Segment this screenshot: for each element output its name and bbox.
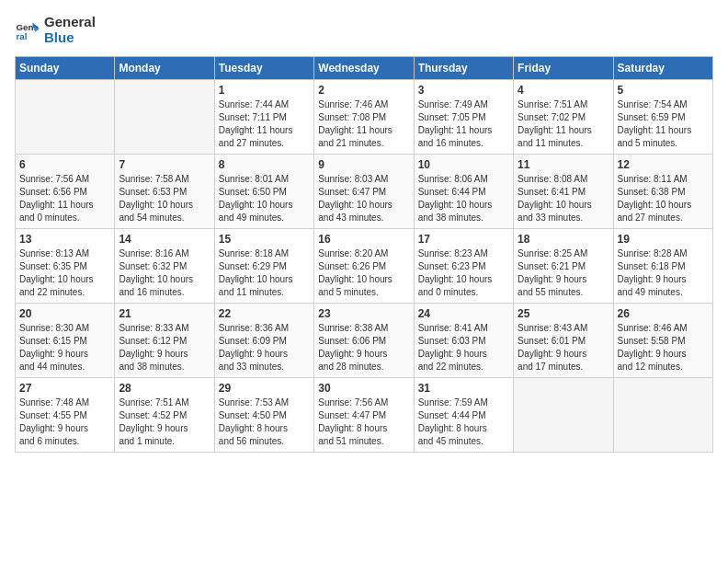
weekday-header: Tuesday [214, 57, 313, 80]
day-info: Sunrise: 8:28 AM Sunset: 6:18 PM Dayligh… [618, 247, 709, 299]
day-number: 29 [219, 382, 310, 395]
day-info: Sunrise: 7:58 AM Sunset: 6:53 PM Dayligh… [119, 173, 210, 224]
calendar-cell [16, 80, 115, 155]
calendar-week-row: 1Sunrise: 7:44 AM Sunset: 7:11 PM Daylig… [16, 80, 713, 155]
calendar-cell: 1Sunrise: 7:44 AM Sunset: 7:11 PM Daylig… [214, 80, 313, 155]
day-info: Sunrise: 8:03 AM Sunset: 6:47 PM Dayligh… [318, 173, 409, 224]
day-number: 28 [119, 382, 210, 395]
day-info: Sunrise: 8:11 AM Sunset: 6:38 PM Dayligh… [618, 173, 709, 224]
calendar-cell [613, 378, 712, 453]
day-number: 17 [418, 233, 509, 246]
calendar-cell [514, 378, 613, 453]
calendar-cell: 31Sunrise: 7:59 AM Sunset: 4:44 PM Dayli… [414, 378, 513, 453]
calendar-cell: 19Sunrise: 8:28 AM Sunset: 6:18 PM Dayli… [613, 229, 712, 304]
day-number: 20 [19, 307, 110, 320]
day-info: Sunrise: 8:25 AM Sunset: 6:21 PM Dayligh… [518, 247, 609, 299]
day-number: 15 [219, 233, 310, 246]
calendar-cell: 18Sunrise: 8:25 AM Sunset: 6:21 PM Dayli… [514, 229, 613, 304]
calendar-cell: 9Sunrise: 8:03 AM Sunset: 6:47 PM Daylig… [314, 155, 414, 229]
day-info: Sunrise: 8:38 AM Sunset: 6:06 PM Dayligh… [318, 322, 409, 373]
calendar-cell: 4Sunrise: 7:51 AM Sunset: 7:02 PM Daylig… [514, 80, 613, 155]
weekday-header: Monday [115, 57, 214, 80]
day-info: Sunrise: 7:48 AM Sunset: 4:55 PM Dayligh… [19, 396, 110, 448]
day-info: Sunrise: 8:08 AM Sunset: 6:41 PM Dayligh… [518, 173, 609, 224]
day-number: 2 [318, 84, 409, 97]
calendar-cell: 22Sunrise: 8:36 AM Sunset: 6:09 PM Dayli… [214, 304, 313, 378]
calendar-cell: 15Sunrise: 8:18 AM Sunset: 6:29 PM Dayli… [214, 229, 313, 304]
day-number: 1 [219, 84, 310, 97]
day-number: 4 [518, 84, 609, 97]
logo-blue: Blue [44, 30, 96, 46]
day-number: 8 [219, 158, 310, 171]
day-number: 26 [618, 307, 709, 320]
day-number: 11 [518, 158, 609, 171]
day-number: 18 [518, 233, 609, 246]
day-number: 21 [119, 307, 210, 320]
calendar-cell: 21Sunrise: 8:33 AM Sunset: 6:12 PM Dayli… [115, 304, 214, 378]
day-info: Sunrise: 8:33 AM Sunset: 6:12 PM Dayligh… [119, 322, 210, 373]
calendar-cell: 23Sunrise: 8:38 AM Sunset: 6:06 PM Dayli… [314, 304, 414, 378]
calendar-cell: 2Sunrise: 7:46 AM Sunset: 7:08 PM Daylig… [314, 80, 414, 155]
day-number: 7 [119, 158, 210, 171]
day-info: Sunrise: 8:06 AM Sunset: 6:44 PM Dayligh… [418, 173, 509, 224]
calendar-cell: 27Sunrise: 7:48 AM Sunset: 4:55 PM Dayli… [16, 378, 115, 453]
day-number: 25 [518, 307, 609, 320]
page-header: Gene ral General Blue [15, 15, 713, 45]
day-info: Sunrise: 7:51 AM Sunset: 4:52 PM Dayligh… [119, 396, 210, 448]
day-info: Sunrise: 7:44 AM Sunset: 7:11 PM Dayligh… [219, 98, 310, 150]
weekday-header: Thursday [414, 57, 513, 80]
weekday-header-row: SundayMondayTuesdayWednesdayThursdayFrid… [16, 57, 713, 80]
calendar-table: SundayMondayTuesdayWednesdayThursdayFrid… [15, 56, 713, 453]
day-info: Sunrise: 8:36 AM Sunset: 6:09 PM Dayligh… [219, 322, 310, 373]
day-number: 10 [418, 158, 509, 171]
day-info: Sunrise: 7:46 AM Sunset: 7:08 PM Dayligh… [318, 98, 409, 150]
svg-text:ral: ral [16, 30, 27, 40]
calendar-week-row: 6Sunrise: 7:56 AM Sunset: 6:56 PM Daylig… [16, 155, 713, 229]
day-info: Sunrise: 8:23 AM Sunset: 6:23 PM Dayligh… [418, 247, 509, 299]
day-number: 14 [119, 233, 210, 246]
day-info: Sunrise: 7:54 AM Sunset: 6:59 PM Dayligh… [618, 98, 709, 150]
calendar-week-row: 13Sunrise: 8:13 AM Sunset: 6:35 PM Dayli… [16, 229, 713, 304]
day-number: 9 [318, 158, 409, 171]
day-info: Sunrise: 8:16 AM Sunset: 6:32 PM Dayligh… [119, 247, 210, 299]
calendar-cell: 5Sunrise: 7:54 AM Sunset: 6:59 PM Daylig… [613, 80, 712, 155]
day-info: Sunrise: 8:41 AM Sunset: 6:03 PM Dayligh… [418, 322, 509, 373]
calendar-cell [115, 80, 214, 155]
day-number: 30 [318, 382, 409, 395]
day-info: Sunrise: 7:56 AM Sunset: 6:56 PM Dayligh… [19, 173, 110, 224]
day-info: Sunrise: 7:56 AM Sunset: 4:47 PM Dayligh… [318, 396, 409, 448]
day-info: Sunrise: 8:43 AM Sunset: 6:01 PM Dayligh… [518, 322, 609, 373]
day-info: Sunrise: 7:51 AM Sunset: 7:02 PM Dayligh… [518, 98, 609, 150]
day-number: 12 [618, 158, 709, 171]
day-number: 5 [618, 84, 709, 97]
calendar-cell: 11Sunrise: 8:08 AM Sunset: 6:41 PM Dayli… [514, 155, 613, 229]
calendar-cell: 25Sunrise: 8:43 AM Sunset: 6:01 PM Dayli… [514, 304, 613, 378]
day-info: Sunrise: 7:59 AM Sunset: 4:44 PM Dayligh… [418, 396, 509, 448]
weekday-header: Wednesday [314, 57, 414, 80]
calendar-cell: 6Sunrise: 7:56 AM Sunset: 6:56 PM Daylig… [16, 155, 115, 229]
calendar-cell: 14Sunrise: 8:16 AM Sunset: 6:32 PM Dayli… [115, 229, 214, 304]
day-info: Sunrise: 8:13 AM Sunset: 6:35 PM Dayligh… [19, 247, 110, 299]
day-info: Sunrise: 8:01 AM Sunset: 6:50 PM Dayligh… [219, 173, 310, 224]
day-number: 16 [318, 233, 409, 246]
day-info: Sunrise: 8:18 AM Sunset: 6:29 PM Dayligh… [219, 247, 310, 299]
calendar-cell: 12Sunrise: 8:11 AM Sunset: 6:38 PM Dayli… [613, 155, 712, 229]
logo-general: General [44, 15, 96, 30]
day-info: Sunrise: 7:53 AM Sunset: 4:50 PM Dayligh… [219, 396, 310, 448]
calendar-cell: 8Sunrise: 8:01 AM Sunset: 6:50 PM Daylig… [214, 155, 313, 229]
day-info: Sunrise: 7:49 AM Sunset: 7:05 PM Dayligh… [418, 98, 509, 150]
logo-icon: Gene ral [15, 17, 40, 43]
day-info: Sunrise: 8:20 AM Sunset: 6:26 PM Dayligh… [318, 247, 409, 299]
calendar-cell: 26Sunrise: 8:46 AM Sunset: 5:58 PM Dayli… [613, 304, 712, 378]
day-number: 19 [618, 233, 709, 246]
day-number: 31 [418, 382, 509, 395]
calendar-cell: 13Sunrise: 8:13 AM Sunset: 6:35 PM Dayli… [16, 229, 115, 304]
day-info: Sunrise: 8:30 AM Sunset: 6:15 PM Dayligh… [19, 322, 110, 373]
weekday-header: Saturday [613, 57, 712, 80]
calendar-cell: 3Sunrise: 7:49 AM Sunset: 7:05 PM Daylig… [414, 80, 513, 155]
day-number: 23 [318, 307, 409, 320]
day-number: 27 [19, 382, 110, 395]
logo: Gene ral General Blue [15, 15, 96, 45]
weekday-header: Friday [514, 57, 613, 80]
day-number: 22 [219, 307, 310, 320]
